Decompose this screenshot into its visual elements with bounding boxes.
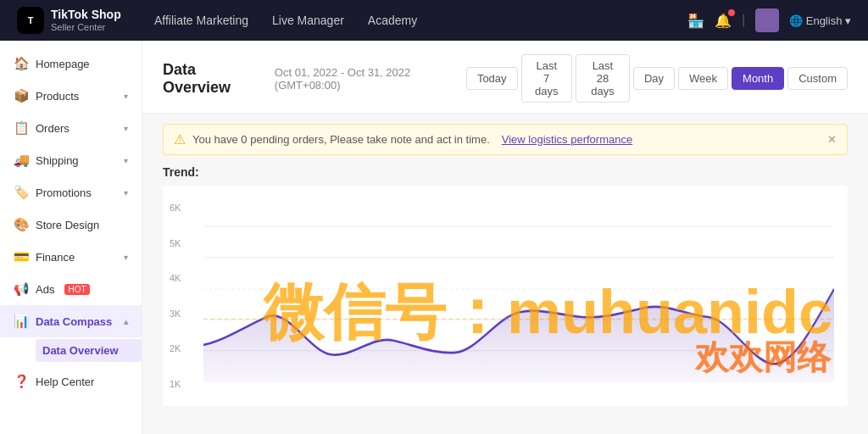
chevron-down-icon: ▾ bbox=[124, 156, 128, 165]
chevron-down-icon: ▾ bbox=[124, 124, 128, 133]
divider: | bbox=[742, 13, 745, 28]
chart-container: 6K 5K 4K 3K 2K 1K bbox=[163, 186, 848, 406]
finance-icon: 💳 bbox=[14, 249, 29, 264]
sidebar-item-shipping[interactable]: 🚚 Shipping ▾ bbox=[0, 144, 142, 176]
page-title: Data Overview bbox=[163, 61, 254, 97]
filter-custom[interactable]: Custom bbox=[787, 67, 848, 90]
chart-section: Trend: 6K 5K 4K 3K 2K 1K bbox=[142, 165, 868, 420]
logo-icon: T bbox=[17, 7, 44, 34]
filter-month[interactable]: Month bbox=[732, 67, 784, 90]
alert-icon: ⚠ bbox=[174, 131, 186, 147]
top-navigation: T TikTok Shop Seller Center Affiliate Ma… bbox=[0, 0, 868, 41]
sidebar-item-data-compass[interactable]: 📊 Data Compass ▴ bbox=[0, 305, 142, 337]
y-label-6k: 6K bbox=[170, 203, 181, 213]
svg-text:T: T bbox=[28, 15, 34, 25]
data-compass-icon: 📊 bbox=[14, 314, 29, 329]
filter-today[interactable]: Today bbox=[466, 67, 518, 90]
sidebar-item-ads[interactable]: 📢 Ads HOT bbox=[0, 273, 142, 305]
help-icon: ❓ bbox=[14, 374, 29, 389]
chart-y-labels: 6K 5K 4K 3K 2K 1K bbox=[170, 203, 181, 389]
main-body: 🏠 Homepage 📦 Products ▾ 📋 Orders ▾ 🚚 Shi… bbox=[0, 41, 868, 434]
y-label-3k: 3K bbox=[170, 309, 181, 319]
date-range: Oct 01, 2022 - Oct 31, 2022 (GMT+08:00) bbox=[275, 66, 453, 92]
logo-text: TikTok Shop Seller Center bbox=[51, 8, 121, 33]
filter-last7[interactable]: Last 7 days bbox=[521, 54, 572, 103]
logo: T TikTok Shop Seller Center bbox=[17, 7, 127, 34]
nav-academy[interactable]: Academy bbox=[368, 14, 417, 27]
nav-live-manager[interactable]: Live Manager bbox=[272, 14, 344, 27]
hot-badge: HOT bbox=[64, 284, 89, 295]
brand-name: TikTok Shop bbox=[51, 8, 121, 22]
sidebar-item-help-center[interactable]: ❓ Help Center bbox=[0, 365, 142, 398]
notification-icon[interactable]: 🔔 bbox=[715, 13, 732, 29]
orders-icon: 📋 bbox=[14, 120, 29, 136]
time-filters: Today Last 7 days Last 28 days Day Week … bbox=[466, 54, 848, 103]
nav-links: Affiliate Marketing Live Manager Academy bbox=[154, 14, 660, 27]
chevron-down-icon: ▾ bbox=[124, 253, 128, 262]
y-label-4k: 4K bbox=[170, 273, 181, 283]
alert-message: You have 0 pending orders, Please take n… bbox=[192, 133, 490, 146]
avatar[interactable] bbox=[755, 8, 779, 32]
notification-badge bbox=[728, 9, 735, 16]
nav-right: 🏪 🔔 | 🌐 English ▾ bbox=[687, 8, 851, 32]
y-label-2k: 2K bbox=[170, 343, 181, 353]
filter-day[interactable]: Day bbox=[633, 67, 675, 90]
chart-area bbox=[203, 196, 834, 399]
brand-sub: Seller Center bbox=[51, 22, 121, 33]
sidebar-item-store-design[interactable]: 🎨 Store Design bbox=[0, 209, 142, 241]
nav-affiliate-marketing[interactable]: Affiliate Marketing bbox=[154, 14, 248, 27]
alert-link[interactable]: View logistics performance bbox=[502, 133, 632, 146]
sidebar-item-finance[interactable]: 💳 Finance ▾ bbox=[0, 241, 142, 273]
alert-bar: ⚠ You have 0 pending orders, Please take… bbox=[163, 124, 848, 155]
shipping-icon: 🚚 bbox=[14, 153, 29, 168]
sidebar-sub-data-overview[interactable]: Data Overview bbox=[36, 339, 142, 362]
chevron-up-icon: ▴ bbox=[124, 317, 128, 326]
products-icon: 📦 bbox=[14, 88, 29, 103]
chevron-down-icon: ▾ bbox=[124, 92, 128, 101]
alert-close-button[interactable]: ✕ bbox=[827, 133, 837, 146]
header-top: Data Overview Oct 01, 2022 - Oct 31, 202… bbox=[163, 54, 848, 113]
main-content: Data Overview Oct 01, 2022 - Oct 31, 202… bbox=[142, 41, 868, 434]
store-design-icon: 🎨 bbox=[14, 217, 29, 232]
sidebar: 🏠 Homepage 📦 Products ▾ 📋 Orders ▾ 🚚 Shi… bbox=[0, 41, 142, 434]
ads-icon: 📢 bbox=[14, 281, 29, 297]
promotions-icon: 🏷️ bbox=[14, 185, 29, 200]
filter-last28[interactable]: Last 28 days bbox=[576, 54, 630, 103]
trend-label: Trend: bbox=[163, 165, 848, 179]
sidebar-item-products[interactable]: 📦 Products ▾ bbox=[0, 80, 142, 112]
sidebar-item-orders[interactable]: 📋 Orders ▾ bbox=[0, 112, 142, 144]
home-icon: 🏠 bbox=[14, 56, 29, 71]
data-compass-submenu: Data Overview bbox=[0, 337, 142, 365]
store-icon[interactable]: 🏪 bbox=[687, 13, 704, 29]
chevron-down-icon: ▾ bbox=[124, 188, 128, 198]
language-selector[interactable]: 🌐 English ▾ bbox=[789, 14, 851, 27]
y-label-5k: 5K bbox=[170, 238, 181, 248]
sidebar-item-promotions[interactable]: 🏷️ Promotions ▾ bbox=[0, 176, 142, 209]
filter-week[interactable]: Week bbox=[678, 67, 728, 90]
trend-chart bbox=[203, 196, 834, 382]
content-header: Data Overview Oct 01, 2022 - Oct 31, 202… bbox=[142, 41, 868, 114]
sidebar-item-homepage[interactable]: 🏠 Homepage bbox=[0, 47, 142, 80]
y-label-1k: 1K bbox=[170, 379, 181, 389]
